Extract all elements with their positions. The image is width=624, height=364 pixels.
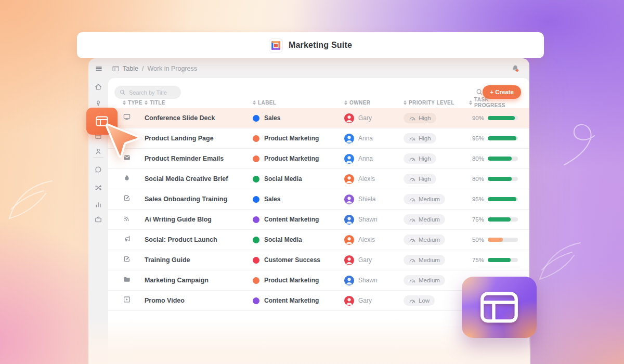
priority-badge: High: [404, 113, 436, 123]
priority-badge: High: [404, 174, 436, 184]
label-color-dot: [253, 237, 259, 243]
gauge-icon: [409, 278, 416, 283]
progress-cell: 80%: [469, 176, 518, 182]
sidebar-item-shuffle[interactable]: [94, 184, 102, 192]
gauge-icon: [409, 298, 416, 304]
briefcase-icon: [94, 215, 102, 224]
sidebar-item-reports[interactable]: [94, 200, 102, 209]
gauge-icon: [409, 136, 416, 141]
progress-percent: 80%: [471, 176, 484, 182]
sidebar-item-chat[interactable]: [94, 165, 102, 174]
table-row[interactable]: Conference Slide Deck Sales Gary High 90…: [108, 108, 529, 128]
breadcrumb-section[interactable]: Table: [123, 65, 138, 72]
table-icon: [479, 291, 519, 324]
task-title: Product Reminder Emails: [145, 155, 253, 162]
rss-icon: [123, 214, 131, 223]
sort-icon: [469, 100, 472, 105]
sidebar-item-table-active[interactable]: [86, 108, 118, 135]
column-header-type[interactable]: TYPE: [123, 100, 145, 106]
label-text: Social Media: [264, 175, 302, 183]
priority-label: High: [419, 135, 431, 141]
gauge-icon: [409, 115, 416, 121]
table-row[interactable]: Sales Onboarding Training Sales Shiela M…: [108, 189, 529, 210]
label-color-dot: [253, 216, 259, 223]
title-bar: Marketing Suite: [77, 32, 544, 58]
breadcrumb-page[interactable]: Work in Progress: [147, 65, 197, 72]
avatar: [344, 194, 354, 204]
table-mini-icon: [112, 66, 119, 72]
sort-icon: [344, 100, 347, 105]
sidebar-divider: [93, 157, 103, 158]
members-icon: [94, 147, 102, 155]
task-title: Product Landing Page: [145, 135, 253, 142]
progress-percent: 95%: [471, 196, 484, 202]
column-header-owner[interactable]: OWNER: [344, 100, 404, 106]
create-button[interactable]: + Create: [483, 85, 521, 99]
label-color-dot: [253, 115, 259, 122]
home-icon: [94, 83, 102, 91]
priority-label: Medium: [419, 216, 440, 223]
progress-bar: [488, 157, 518, 161]
gauge-icon: [409, 257, 416, 263]
breadcrumb-bar: Table / Work in Progress: [88, 58, 529, 79]
label-text: Sales: [264, 114, 280, 122]
priority-badge: Medium: [404, 194, 445, 204]
progress-cell: 95%: [469, 135, 518, 141]
column-header-priority[interactable]: PRIORITY LEVEL: [404, 100, 469, 106]
app-icon-badge: [462, 277, 537, 338]
owner-name: Gary: [358, 297, 372, 304]
gauge-icon: [409, 176, 416, 182]
task-title: Social: Product Launch: [145, 236, 253, 243]
progress-bar: [488, 116, 518, 120]
lightbulb-icon: [94, 99, 102, 107]
progress-percent: 95%: [471, 135, 484, 141]
progress-percent: 75%: [471, 257, 484, 263]
breadcrumb: Table / Work in Progress: [112, 58, 197, 79]
table-row[interactable]: Product Reminder Emails Product Marketin…: [108, 149, 529, 169]
priority-badge: High: [404, 133, 436, 144]
label-color-dot: [253, 176, 259, 183]
progress-percent: 80%: [471, 155, 484, 162]
sidebar-item-members[interactable]: [94, 147, 102, 155]
label-color-dot: [253, 155, 259, 162]
table-row[interactable]: Product Landing Page Product Marketing A…: [108, 128, 529, 149]
table-row[interactable]: Ai Writing Guide Blog Content Marketing …: [108, 210, 529, 230]
progress-bar: [488, 197, 518, 201]
label-text: Social Media: [264, 236, 302, 243]
folder-icon: [123, 275, 131, 283]
menu-icon[interactable]: [95, 64, 103, 73]
progress-cell: 75%: [469, 216, 518, 223]
table-row[interactable]: Training Guide Customer Success Gary Med…: [108, 250, 529, 270]
label-text: Customer Success: [264, 256, 320, 264]
avatar: [344, 154, 354, 164]
task-title: Promo Video: [145, 297, 253, 304]
avatar: [344, 113, 354, 123]
table-row[interactable]: Social: Product Launch Social Media Alex…: [108, 230, 529, 250]
task-title: Sales Onboarding Training: [145, 196, 253, 203]
task-title: Training Guide: [145, 256, 253, 264]
table-icon: [96, 116, 108, 126]
edit-doc-icon: [123, 255, 131, 263]
column-header-label[interactable]: LABEL: [253, 100, 344, 106]
avatar: [344, 255, 354, 265]
presentation-icon: [123, 113, 131, 121]
table-row[interactable]: Social Media Creative Brief Social Media…: [108, 169, 529, 189]
chat-icon: [94, 165, 102, 174]
column-header-title[interactable]: TITLE: [145, 100, 253, 106]
priority-label: High: [419, 115, 431, 121]
priority-label: High: [419, 155, 431, 162]
bell-icon[interactable]: [511, 64, 520, 73]
progress-percent: 90%: [471, 115, 484, 121]
owner-name: Gary: [358, 114, 372, 122]
sidebar-item-portfolio[interactable]: [94, 215, 102, 224]
owner-name: Shawn: [358, 216, 378, 223]
avatar: [344, 134, 354, 144]
sidebar-item-home[interactable]: [94, 83, 102, 91]
priority-badge: Medium: [404, 214, 445, 225]
label-text: Content Marketing: [264, 297, 319, 304]
progress-cell: 95%: [469, 196, 518, 202]
owner-name: Alexis: [358, 236, 375, 243]
sidebar-item-idea[interactable]: [94, 99, 102, 107]
priority-label: Medium: [419, 277, 440, 283]
task-title: Ai Writing Guide Blog: [145, 216, 253, 223]
